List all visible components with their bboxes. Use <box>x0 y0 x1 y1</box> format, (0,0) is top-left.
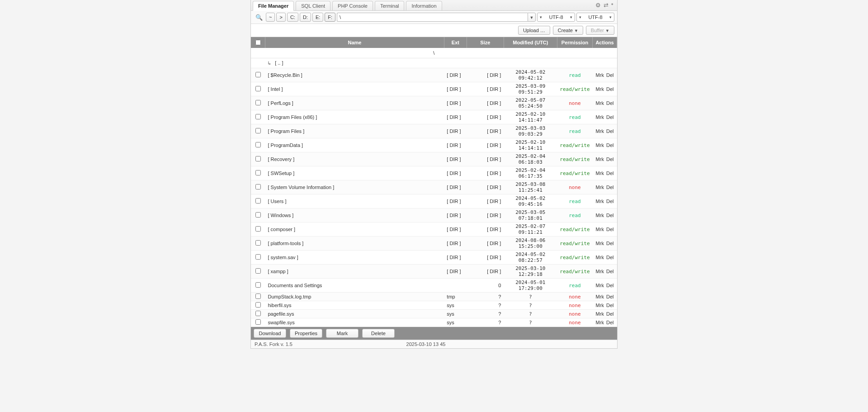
mark-link[interactable]: Mrk <box>596 114 604 120</box>
row-checkbox[interactable] <box>255 156 261 161</box>
row-checkbox[interactable] <box>255 198 261 204</box>
row-checkbox[interactable] <box>255 268 261 274</box>
delete-button[interactable]: Delete <box>362 329 395 338</box>
tab-sql-client[interactable]: SQL Client <box>296 1 330 10</box>
drive-c[interactable]: C: <box>287 13 298 22</box>
tab-terminal[interactable]: Terminal <box>375 1 405 10</box>
mark-link[interactable]: Mrk <box>596 283 604 288</box>
row-checkbox[interactable] <box>255 294 261 299</box>
row-checkbox[interactable] <box>255 240 261 246</box>
home-button[interactable]: ~ <box>266 13 275 22</box>
row-checkbox[interactable] <box>255 311 261 316</box>
row-checkbox[interactable] <box>255 184 261 189</box>
mark-link[interactable]: Mrk <box>596 128 604 134</box>
tab-information[interactable]: Information <box>406 1 442 10</box>
delete-link[interactable]: Del <box>606 114 614 120</box>
delete-link[interactable]: Del <box>606 100 614 106</box>
delete-link[interactable]: Del <box>606 199 614 204</box>
row-checkbox[interactable] <box>255 302 261 308</box>
properties-button[interactable]: Properties <box>290 329 322 338</box>
delete-link[interactable]: Del <box>606 72 614 78</box>
row-checkbox[interactable] <box>255 226 261 232</box>
delete-link[interactable]: Del <box>606 320 614 325</box>
delete-link[interactable]: Del <box>606 142 614 148</box>
delete-link[interactable]: Del <box>606 128 614 134</box>
delete-link[interactable]: Del <box>606 303 614 308</box>
file-name[interactable]: [ SWSetup ] <box>265 166 444 180</box>
row-checkbox[interactable] <box>255 170 261 175</box>
row-checkbox[interactable] <box>255 114 261 119</box>
delete-link[interactable]: Del <box>606 283 614 288</box>
create-button[interactable]: Create ▼ <box>553 26 583 35</box>
delete-link[interactable]: Del <box>606 255 614 260</box>
row-checkbox[interactable] <box>255 100 261 105</box>
mark-link[interactable]: Mrk <box>596 170 604 176</box>
upload-button[interactable]: Upload … <box>518 26 550 35</box>
mark-link[interactable]: Mrk <box>596 269 604 274</box>
encoding-left-select[interactable]: ▾ UTF-8 ▾ <box>537 13 575 22</box>
mark-link[interactable]: Mrk <box>596 241 604 246</box>
row-checkbox[interactable] <box>255 282 261 288</box>
col-size[interactable]: Size <box>467 37 504 48</box>
row-checkbox[interactable] <box>255 142 261 147</box>
mark-link[interactable]: Mrk <box>596 156 604 162</box>
file-name[interactable]: [ Program Files ] <box>265 124 444 138</box>
delete-link[interactable]: Del <box>606 311 614 317</box>
tab-php-console[interactable]: PHP Console <box>332 1 373 10</box>
col-permission[interactable]: Permission <box>557 37 592 48</box>
buffer-button[interactable]: Buffer ▼ <box>586 26 614 35</box>
file-name[interactable]: [ Windows ] <box>265 208 444 223</box>
file-name[interactable]: swapfile.sys <box>265 318 444 327</box>
delete-link[interactable]: Del <box>606 227 614 232</box>
delete-link[interactable]: Del <box>606 170 614 176</box>
row-checkbox[interactable] <box>255 128 261 133</box>
file-name[interactable]: [ $Recycle.Bin ] <box>265 68 444 82</box>
drive-e[interactable]: E: <box>312 13 323 22</box>
file-name[interactable]: [ composer ] <box>265 223 444 237</box>
mark-link[interactable]: Mrk <box>596 185 604 190</box>
gear-icon[interactable]: ⚙ <box>595 2 601 9</box>
col-name[interactable]: Name <box>265 37 444 48</box>
delete-link[interactable]: Del <box>606 294 614 299</box>
delete-link[interactable]: Del <box>606 213 614 218</box>
row-checkbox[interactable] <box>255 254 261 260</box>
delete-link[interactable]: Del <box>606 185 614 190</box>
mark-link[interactable]: Mrk <box>596 320 604 325</box>
row-checkbox[interactable] <box>255 86 261 91</box>
file-name[interactable]: hiberfil.sys <box>265 301 444 310</box>
mark-link[interactable]: Mrk <box>596 255 604 260</box>
delete-link[interactable]: Del <box>606 86 614 92</box>
row-checkbox[interactable] <box>255 72 261 77</box>
col-ext[interactable]: Ext <box>444 37 467 48</box>
sync-icon[interactable]: ⇄ <box>604 2 609 9</box>
row-checkbox[interactable] <box>255 319 261 325</box>
path-input[interactable]: \ <box>337 13 528 22</box>
mark-link[interactable]: Mrk <box>596 86 604 92</box>
path-dropdown-icon[interactable]: ▼ <box>528 13 536 22</box>
mark-link[interactable]: Mrk <box>596 294 604 299</box>
mark-link[interactable]: Mrk <box>596 100 604 106</box>
mark-link[interactable]: Mrk <box>596 227 604 232</box>
mark-link[interactable]: Mrk <box>596 213 604 218</box>
col-modified[interactable]: Modified (UTC) <box>504 37 557 48</box>
file-name[interactable]: [ platform-tools ] <box>265 237 444 251</box>
file-name[interactable]: [ PerfLogs ] <box>265 96 444 110</box>
file-name[interactable]: [ Intel ] <box>265 82 444 96</box>
file-name[interactable]: Documents and Settings <box>265 279 444 293</box>
delete-link[interactable]: Del <box>606 156 614 162</box>
file-name[interactable]: [ Recovery ] <box>265 152 444 166</box>
parent-dir-row[interactable]: ↳ [ .. ] <box>251 58 617 68</box>
mark-link[interactable]: Mrk <box>596 311 604 317</box>
drive-f[interactable]: F: <box>325 13 335 22</box>
file-name[interactable]: [ system.sav ] <box>265 251 444 265</box>
forward-button[interactable]: > <box>276 13 285 22</box>
delete-link[interactable]: Del <box>606 269 614 274</box>
mark-link[interactable]: Mrk <box>596 303 604 308</box>
file-name[interactable]: [ ProgramData ] <box>265 138 444 152</box>
mark-button[interactable]: Mark <box>326 329 359 338</box>
search-icon[interactable]: 🔍 <box>254 14 264 21</box>
download-button[interactable]: Download <box>254 329 286 338</box>
file-name[interactable]: [ Users ] <box>265 194 444 208</box>
select-all-checkbox[interactable] <box>255 40 261 45</box>
mark-link[interactable]: Mrk <box>596 72 604 78</box>
